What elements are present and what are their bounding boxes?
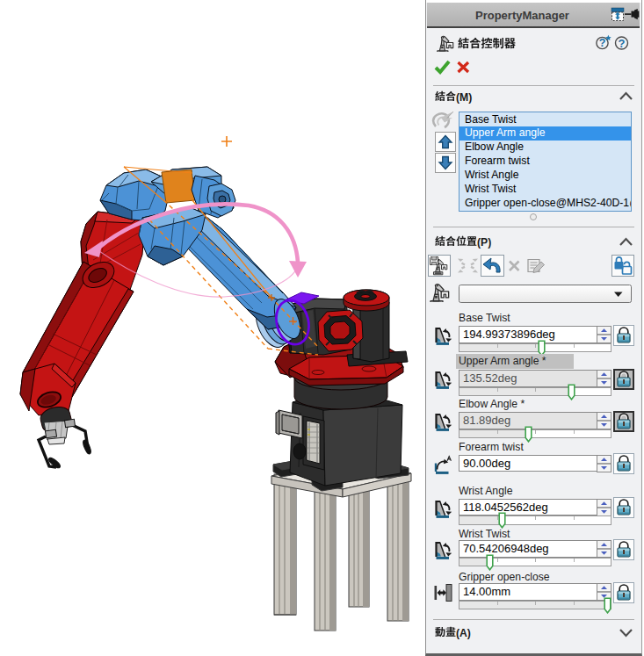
svg-text:?: ? bbox=[619, 37, 626, 50]
svg-text:(P): (P) bbox=[477, 236, 491, 249]
svg-text:?: ? bbox=[599, 37, 606, 49]
svg-text:(M): (M) bbox=[456, 91, 472, 104]
svg-text:(A): (A) bbox=[456, 627, 471, 639]
